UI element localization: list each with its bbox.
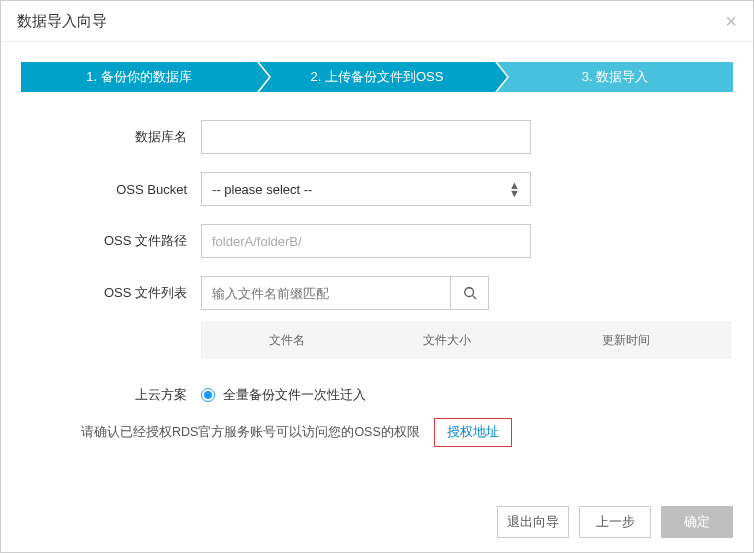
file-table-header: 文件名 文件大小 更新时间 xyxy=(201,322,731,358)
path-input[interactable] xyxy=(201,224,531,258)
filelist-search-input[interactable] xyxy=(201,276,451,310)
dbname-label: 数据库名 xyxy=(21,128,201,146)
bucket-select[interactable]: -- please select -- ▲▼ xyxy=(201,172,531,206)
row-auth-note: 请确认已经授权RDS官方服务账号可以访问您的OSS的权限 授权地址 xyxy=(21,418,733,447)
row-migration: 上云方案 全量备份文件一次性迁入 xyxy=(21,386,733,404)
exit-wizard-button[interactable]: 退出向导 xyxy=(497,506,569,538)
path-label: OSS 文件路径 xyxy=(21,232,201,250)
migration-label: 上云方案 xyxy=(21,386,201,404)
search-button[interactable] xyxy=(451,276,489,310)
col-updatetime: 更新时间 xyxy=(522,332,730,349)
chevron-updown-icon: ▲▼ xyxy=(509,181,520,197)
step-label: 1. 备份你的数据库 xyxy=(86,68,191,86)
import-wizard-modal: 数据导入向导 × 1. 备份你的数据库 2. 上传备份文件到OSS 3. 数据导… xyxy=(0,0,754,553)
svg-point-0 xyxy=(464,288,473,297)
confirm-button[interactable]: 确定 xyxy=(661,506,733,538)
row-filelist: OSS 文件列表 xyxy=(21,276,733,310)
col-filename: 文件名 xyxy=(202,332,372,349)
step-label: 2. 上传备份文件到OSS xyxy=(311,68,444,86)
auth-note-text: 请确认已经授权RDS官方服务账号可以访问您的OSS的权限 xyxy=(21,424,426,441)
bucket-selected-text: -- please select -- xyxy=(212,182,312,197)
bucket-label: OSS Bucket xyxy=(21,182,201,197)
col-filesize: 文件大小 xyxy=(372,332,522,349)
modal-body: 1. 备份你的数据库 2. 上传备份文件到OSS 3. 数据导入 数据库名 OS… xyxy=(1,42,753,467)
auth-link-highlight: 授权地址 xyxy=(434,418,512,447)
migration-option-full[interactable]: 全量备份文件一次性迁入 xyxy=(201,386,366,404)
row-bucket: OSS Bucket -- please select -- ▲▼ xyxy=(21,172,733,206)
file-table: 文件名 文件大小 更新时间 xyxy=(201,322,733,358)
step-import: 3. 数据导入 xyxy=(497,62,733,92)
radio-icon xyxy=(201,388,215,402)
wizard-steps: 1. 备份你的数据库 2. 上传备份文件到OSS 3. 数据导入 xyxy=(21,62,733,92)
modal-header: 数据导入向导 × xyxy=(1,1,753,42)
migration-option-label: 全量备份文件一次性迁入 xyxy=(223,386,366,404)
step-label: 3. 数据导入 xyxy=(582,68,648,86)
modal-footer: 退出向导 上一步 确定 xyxy=(1,492,753,552)
svg-line-1 xyxy=(472,296,476,300)
filelist-label: OSS 文件列表 xyxy=(21,284,201,302)
search-icon xyxy=(463,286,477,300)
step-backup: 1. 备份你的数据库 xyxy=(21,62,257,92)
row-path: OSS 文件路径 xyxy=(21,224,733,258)
step-upload: 2. 上传备份文件到OSS xyxy=(259,62,495,92)
modal-title: 数据导入向导 xyxy=(17,12,107,31)
filelist-search-group xyxy=(201,276,489,310)
prev-step-button[interactable]: 上一步 xyxy=(579,506,651,538)
row-dbname: 数据库名 xyxy=(21,120,733,154)
dbname-input[interactable] xyxy=(201,120,531,154)
auth-link[interactable]: 授权地址 xyxy=(447,425,499,439)
close-icon[interactable]: × xyxy=(725,11,737,31)
